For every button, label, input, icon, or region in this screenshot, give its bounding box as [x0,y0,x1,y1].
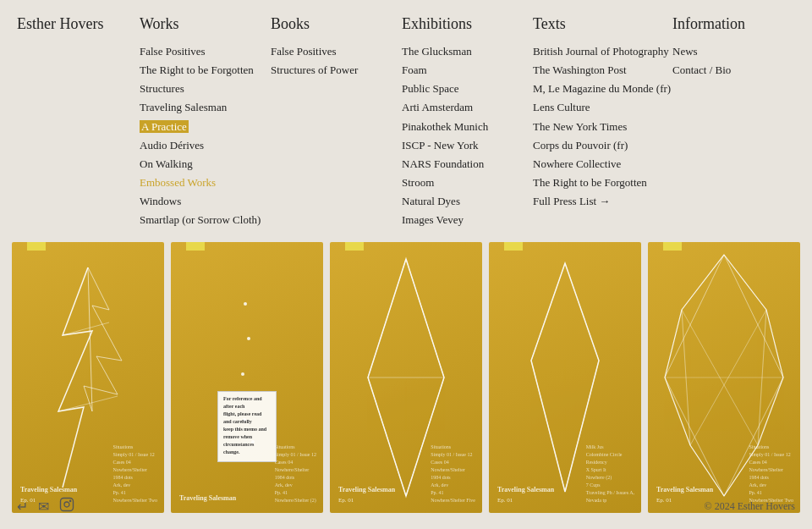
svg-marker-0 [84,267,122,411]
panel-texts-meta: Milk JusColombine CircleResidencyX Spurt… [586,444,634,504]
panel-exhibitions-meta: SituationsSimply 01 / Issue 12Cases 04No… [431,444,475,504]
list-item[interactable]: False Positives [271,43,402,60]
panel-texts[interactable]: Traveling Salesman Ep. 01 Milk JusColomb… [489,242,641,513]
list-item[interactable]: False Positives [140,43,271,60]
exhibitions-title: Exhibitions [402,15,533,33]
books-list: False Positives Structures of Power [271,43,402,79]
list-item[interactable]: The Glucksman [402,43,533,60]
list-item[interactable]: Nowhere Collective [533,156,672,173]
list-item[interactable]: Audio Dérives [140,137,271,154]
list-item[interactable]: British Journal of Photography [533,43,672,60]
panel-works[interactable]: Traveling Salesman Ep. 01 SituationsSimp… [12,242,164,513]
information-list: News Contact / Bio [672,43,782,79]
exhibitions-list: The Glucksman Foam Public Space Arti Ams… [402,43,533,229]
svg-line-18 [665,377,724,496]
list-item[interactable]: Full Press List → [533,193,672,210]
works-title: Works [140,15,271,33]
panel-exhibitions-label: Traveling Salesman Ep. 01 [338,485,395,504]
list-item[interactable]: A Practice [140,118,271,135]
list-item[interactable]: News [672,43,782,60]
list-item[interactable]: Smartlap (or Sorrow Cloth) [140,212,271,229]
main-nav: Esther Hovers Works False Positives The … [0,0,812,239]
svg-line-1 [63,322,109,335]
books-title: Books [271,15,402,33]
panel-books-meta: SituationsSimply 01 / Issue 12Cases 04No… [275,444,316,504]
list-item[interactable]: Structures [140,80,271,97]
panel-texts-label: Traveling Salesman Ep. 01 [497,485,554,504]
svg-line-11 [531,263,565,361]
texts-section: Texts British Journal of Photography The… [533,15,672,212]
list-item[interactable]: M, Le Magazine du Monde (fr) [533,80,672,97]
panel-books-card: For reference and after eachflight, plea… [217,391,277,462]
panel-information-meta: SituationsSimply 01 / Issue 12Cases 04No… [749,444,793,504]
list-item[interactable]: Arti Amsterdam [402,99,533,116]
svg-line-5 [368,259,406,377]
svg-line-12 [531,361,565,492]
list-item[interactable]: Corps du Pouvoir (fr) [533,137,672,154]
works-section: Works False Positives The Right to be Fo… [140,15,271,230]
svg-line-16 [665,255,724,377]
list-item[interactable]: The Right to be Forgotten [533,174,672,191]
information-section: Information News Contact / Bio [672,15,782,80]
panel-works-meta: SituationsSimply 01 / Issue 12Cases 04No… [112,444,157,504]
texts-list: British Journal of Photography The Washi… [533,43,672,210]
list-item[interactable]: Lens Culture [533,99,672,116]
list-item[interactable]: On Walking [140,156,271,173]
list-item[interactable]: Public Space [402,80,533,97]
panel-information-label: Traveling Salesman Ep. 01 [656,485,713,504]
list-item[interactable]: The Washington Post [533,62,672,79]
list-item[interactable]: Pinakothek Munich [402,118,533,135]
list-item[interactable]: The Right to be Forgotten [140,62,271,79]
list-item[interactable]: Stroom [402,174,533,191]
svg-line-6 [368,377,406,496]
brand-title: Esther Hovers [17,15,140,33]
exhibitions-section: Exhibitions The Glucksman Foam Public Sp… [402,15,533,230]
brand-section: Esther Hovers [17,15,140,43]
list-item[interactable]: Foam [402,62,533,79]
list-item[interactable]: The New York Times [533,118,672,135]
list-item[interactable]: ISCP - New York [402,137,533,154]
panels-row: Traveling Salesman Ep. 01 SituationsSimp… [0,242,812,513]
information-title: Information [672,15,782,33]
panel-works-label: Traveling Salesman Ep. 01 [20,485,77,504]
books-section: Books False Positives Structures of Powe… [271,15,402,80]
list-item[interactable]: Contact / Bio [672,62,782,79]
list-item[interactable]: Windows [140,193,271,210]
svg-line-4 [406,259,444,377]
panel-exhibitions[interactable]: Traveling Salesman Ep. 01 SituationsSimp… [330,242,482,513]
panel-books[interactable]: For reference and after eachflight, plea… [171,242,323,513]
svg-line-15 [724,255,783,377]
list-item[interactable]: NARS Foundation [402,156,533,173]
works-list: False Positives The Right to be Forgotte… [140,43,271,229]
texts-title: Texts [533,15,672,33]
list-item[interactable]: Structures of Power [271,62,402,79]
list-item[interactable]: Traveling Salesman [140,99,271,116]
svg-line-10 [565,263,599,361]
list-item[interactable]: Images Vevey [402,212,533,229]
list-item[interactable]: Embossed Works [140,174,271,191]
panel-information[interactable]: Traveling Salesman Ep. 01 SituationsSimp… [648,242,800,513]
list-item[interactable]: Natural Dyes [402,193,533,210]
panel-books-label: Traveling Salesman [179,493,236,504]
